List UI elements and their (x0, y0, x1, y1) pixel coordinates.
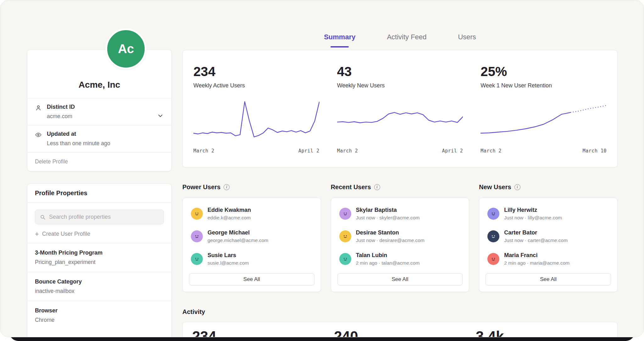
user-list-item[interactable]: Talan Lubin 2 min ago · talan@acme.com (331, 248, 469, 270)
info-icon[interactable]: i (374, 184, 380, 190)
activity-metric-value: 3.4k (476, 328, 608, 337)
metric-value: 43 (337, 64, 463, 79)
new-users-header: New Users i (479, 184, 618, 191)
info-icon[interactable]: i (514, 184, 520, 190)
user-list-item[interactable]: Carter Bator Just now · carter@acme.com (479, 225, 617, 248)
user-name: Susie Lars (208, 252, 249, 259)
user-lists-row: Power Users i Eddie Kwakman eddie.k@acme… (182, 184, 618, 292)
user-avatar (487, 253, 499, 265)
user-meta: george.michael@acme.com (208, 238, 268, 243)
x-axis-ticks: March 2 April 2 (337, 148, 463, 154)
user-list-item[interactable]: Desirae Stanton Just now · desirare@acme… (331, 225, 469, 248)
section-title: New Users (479, 184, 511, 191)
activity-section-title: Activity (182, 308, 618, 316)
search-input[interactable] (49, 214, 159, 220)
activity-card: 234 240 3.4k (182, 322, 618, 337)
chevron-down-icon[interactable] (157, 112, 164, 119)
user-avatar (339, 230, 351, 242)
user-list-item[interactable]: Skylar Baptista Just now · skyler@acme.c… (331, 202, 469, 225)
user-avatar (191, 253, 203, 265)
activity-metric-col: 3.4k (476, 328, 608, 337)
user-meta: Just now · skyler@acme.com (356, 215, 420, 221)
weekly-new-users-chart (337, 98, 463, 140)
tick-start: March 2 (480, 148, 502, 154)
property-value: Pricing_plan_experiment (35, 259, 164, 266)
window: Ac Acme, Inc Distinct ID acme.com (0, 0, 644, 341)
section-title: Recent Users (331, 184, 371, 191)
user-meta: eddie.k@acme.com (208, 215, 251, 221)
see-all-button[interactable]: See All (486, 273, 611, 285)
tab-summary[interactable]: Summary (324, 33, 355, 47)
app-container: Ac Acme, Inc Distinct ID acme.com (0, 0, 644, 337)
distinct-id-text: Distinct ID acme.com (47, 104, 75, 120)
x-axis-ticks: March 2 March 10 (480, 148, 607, 154)
user-name: Maria Franci (504, 252, 569, 259)
property-name: Browser (35, 307, 164, 314)
user-list-item[interactable]: Lilly Herwitz Just now · lilly@acme.com (479, 202, 617, 225)
property-name: Bounce Category (35, 278, 164, 285)
smiley-face-icon (193, 233, 201, 240)
activity-metric-value: 234 (192, 328, 324, 337)
updated-at-label: Updated at (47, 131, 110, 137)
company-name: Acme, Inc (79, 80, 120, 90)
user-meta: Just now · carter@acme.com (504, 238, 568, 243)
property-value: Chrome (35, 317, 164, 323)
search-icon (40, 214, 46, 220)
property-row: 3-Month Pricing Program Pricing_plan_exp… (27, 243, 171, 272)
user-name: Eddie Kwakman (208, 207, 251, 213)
recent-users-card: Skylar Baptista Just now · skyler@acme.c… (331, 198, 469, 292)
metric-label: Weekly New Users (337, 82, 463, 89)
new-users-card: Lilly Herwitz Just now · lilly@acme.com … (479, 198, 618, 292)
user-avatar (339, 253, 351, 265)
activity-metric-value: 240 (334, 328, 466, 337)
distinct-id-value: acme.com (47, 113, 75, 120)
section-title: Power Users (182, 184, 220, 191)
user-avatar (191, 208, 203, 220)
profile-card: Acme, Inc Distinct ID acme.com (27, 50, 172, 171)
tick-end: April 2 (442, 148, 463, 154)
recent-users-section: Recent Users i Skylar Baptista Just now … (331, 184, 469, 292)
tick-end: April 2 (298, 148, 319, 154)
updated-at-value: Less than one minute ago (47, 140, 110, 147)
distinct-id-label: Distinct ID (47, 104, 75, 110)
user-list-item[interactable]: Eddie Kwakman eddie.k@acme.com (183, 202, 321, 225)
tab-bar: Summary Activity Feed Users (182, 33, 618, 47)
eye-icon (35, 131, 42, 138)
metric-value: 25% (480, 64, 607, 79)
tab-users[interactable]: Users (458, 33, 476, 47)
user-avatar (487, 208, 499, 220)
user-list-item[interactable]: Maria Franci 2 min ago · maria@acme.com (479, 248, 617, 270)
create-user-profile-label: Create User Profile (42, 231, 90, 237)
property-name: 3-Month Pricing Program (35, 250, 164, 256)
property-value: inactive-mailbox (35, 288, 164, 294)
user-name: Carter Bator (504, 229, 568, 236)
delete-profile-button[interactable]: Delete Profile (27, 152, 171, 171)
user-name: George Michael (208, 229, 268, 236)
power-users-header: Power Users i (182, 184, 321, 191)
new-users-section: New Users i Lilly Herwitz Just now · lil… (479, 184, 618, 292)
profile-sidebar: Ac Acme, Inc Distinct ID acme.com (27, 0, 172, 337)
summary-metrics-card: 234 Weekly Active Users March 2 April 2 … (182, 50, 618, 168)
user-meta: Just now · lilly@acme.com (504, 215, 562, 221)
distinct-id-row[interactable]: Distinct ID acme.com (27, 98, 171, 125)
smiley-face-icon (193, 210, 201, 217)
info-icon[interactable]: i (224, 184, 230, 190)
user-name: Lilly Herwitz (504, 207, 562, 213)
user-list-item[interactable]: Susie Lars susie.l@acme.com (183, 248, 321, 270)
metric-weekly-active-users: 234 Weekly Active Users March 2 April 2 (193, 50, 319, 167)
weekly-active-users-chart (193, 98, 319, 140)
person-icon (35, 104, 42, 111)
profile-properties-search[interactable] (35, 210, 164, 224)
smiley-face-icon (490, 233, 497, 240)
tick-start: March 2 (193, 148, 214, 154)
tick-start: March 2 (337, 148, 358, 154)
create-user-profile-button[interactable]: + Create User Profile (35, 231, 90, 237)
updated-at-text: Updated at Less than one minute ago (47, 131, 110, 147)
user-name: Skylar Baptista (356, 207, 420, 213)
user-list-item[interactable]: George Michael george.michael@acme.com (183, 225, 321, 248)
user-meta: 2 min ago · talan@acme.com (356, 260, 420, 266)
tab-activity-feed[interactable]: Activity Feed (387, 33, 426, 47)
profile-properties-card: Profile Properties + Create User Profile… (27, 184, 172, 337)
see-all-button[interactable]: See All (337, 273, 463, 285)
see-all-button[interactable]: See All (189, 273, 314, 285)
